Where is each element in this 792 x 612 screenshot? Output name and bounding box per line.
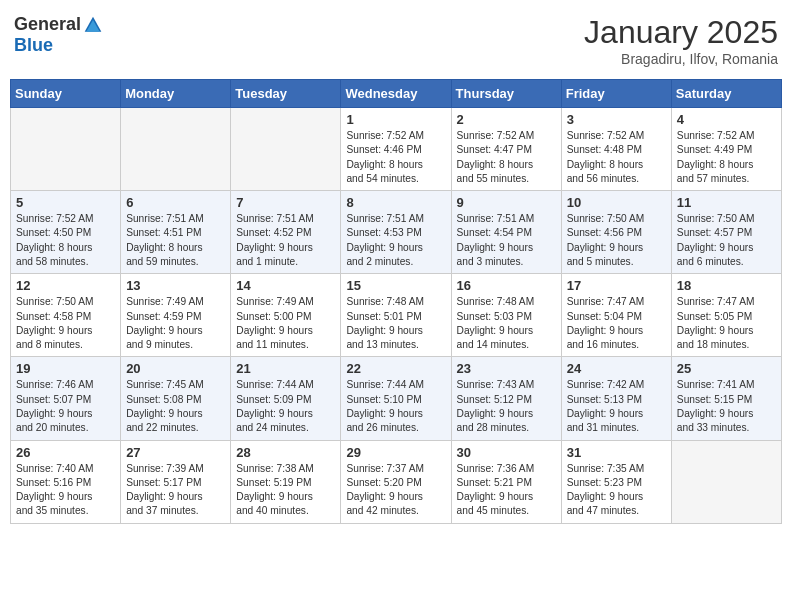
calendar-cell: 6Sunrise: 7:51 AM Sunset: 4:51 PM Daylig… (121, 191, 231, 274)
weekday-header: Saturday (671, 80, 781, 108)
weekday-header: Tuesday (231, 80, 341, 108)
day-number: 31 (567, 445, 666, 460)
day-info: Sunrise: 7:51 AM Sunset: 4:52 PM Dayligh… (236, 212, 335, 269)
day-number: 1 (346, 112, 445, 127)
day-info: Sunrise: 7:52 AM Sunset: 4:47 PM Dayligh… (457, 129, 556, 186)
calendar-cell (231, 108, 341, 191)
calendar-table: SundayMondayTuesdayWednesdayThursdayFrid… (10, 79, 782, 524)
weekday-header: Wednesday (341, 80, 451, 108)
day-number: 12 (16, 278, 115, 293)
calendar-cell: 14Sunrise: 7:49 AM Sunset: 5:00 PM Dayli… (231, 274, 341, 357)
logo-blue: Blue (14, 35, 53, 56)
calendar-cell: 2Sunrise: 7:52 AM Sunset: 4:47 PM Daylig… (451, 108, 561, 191)
calendar-week-row: 19Sunrise: 7:46 AM Sunset: 5:07 PM Dayli… (11, 357, 782, 440)
calendar-cell: 29Sunrise: 7:37 AM Sunset: 5:20 PM Dayli… (341, 440, 451, 523)
day-info: Sunrise: 7:47 AM Sunset: 5:04 PM Dayligh… (567, 295, 666, 352)
calendar-cell (671, 440, 781, 523)
day-number: 6 (126, 195, 225, 210)
day-info: Sunrise: 7:36 AM Sunset: 5:21 PM Dayligh… (457, 462, 556, 519)
day-number: 10 (567, 195, 666, 210)
day-info: Sunrise: 7:48 AM Sunset: 5:03 PM Dayligh… (457, 295, 556, 352)
day-info: Sunrise: 7:48 AM Sunset: 5:01 PM Dayligh… (346, 295, 445, 352)
day-number: 5 (16, 195, 115, 210)
calendar-cell: 21Sunrise: 7:44 AM Sunset: 5:09 PM Dayli… (231, 357, 341, 440)
day-number: 14 (236, 278, 335, 293)
day-info: Sunrise: 7:52 AM Sunset: 4:50 PM Dayligh… (16, 212, 115, 269)
day-number: 2 (457, 112, 556, 127)
day-info: Sunrise: 7:44 AM Sunset: 5:10 PM Dayligh… (346, 378, 445, 435)
weekday-header: Friday (561, 80, 671, 108)
calendar-cell: 26Sunrise: 7:40 AM Sunset: 5:16 PM Dayli… (11, 440, 121, 523)
weekday-header: Monday (121, 80, 231, 108)
day-info: Sunrise: 7:43 AM Sunset: 5:12 PM Dayligh… (457, 378, 556, 435)
day-number: 4 (677, 112, 776, 127)
calendar-cell: 16Sunrise: 7:48 AM Sunset: 5:03 PM Dayli… (451, 274, 561, 357)
calendar-cell: 19Sunrise: 7:46 AM Sunset: 5:07 PM Dayli… (11, 357, 121, 440)
day-info: Sunrise: 7:45 AM Sunset: 5:08 PM Dayligh… (126, 378, 225, 435)
location-subtitle: Bragadiru, Ilfov, Romania (584, 51, 778, 67)
calendar-cell: 27Sunrise: 7:39 AM Sunset: 5:17 PM Dayli… (121, 440, 231, 523)
day-info: Sunrise: 7:51 AM Sunset: 4:53 PM Dayligh… (346, 212, 445, 269)
day-number: 17 (567, 278, 666, 293)
day-info: Sunrise: 7:50 AM Sunset: 4:58 PM Dayligh… (16, 295, 115, 352)
day-number: 9 (457, 195, 556, 210)
day-info: Sunrise: 7:44 AM Sunset: 5:09 PM Dayligh… (236, 378, 335, 435)
calendar-cell: 10Sunrise: 7:50 AM Sunset: 4:56 PM Dayli… (561, 191, 671, 274)
calendar-cell: 30Sunrise: 7:36 AM Sunset: 5:21 PM Dayli… (451, 440, 561, 523)
calendar-week-row: 12Sunrise: 7:50 AM Sunset: 4:58 PM Dayli… (11, 274, 782, 357)
calendar-cell: 1Sunrise: 7:52 AM Sunset: 4:46 PM Daylig… (341, 108, 451, 191)
calendar-week-row: 5Sunrise: 7:52 AM Sunset: 4:50 PM Daylig… (11, 191, 782, 274)
logo-general: General (14, 14, 81, 35)
day-info: Sunrise: 7:37 AM Sunset: 5:20 PM Dayligh… (346, 462, 445, 519)
day-info: Sunrise: 7:49 AM Sunset: 4:59 PM Dayligh… (126, 295, 225, 352)
calendar-cell: 5Sunrise: 7:52 AM Sunset: 4:50 PM Daylig… (11, 191, 121, 274)
day-info: Sunrise: 7:35 AM Sunset: 5:23 PM Dayligh… (567, 462, 666, 519)
day-number: 27 (126, 445, 225, 460)
day-info: Sunrise: 7:38 AM Sunset: 5:19 PM Dayligh… (236, 462, 335, 519)
day-info: Sunrise: 7:52 AM Sunset: 4:48 PM Dayligh… (567, 129, 666, 186)
day-number: 30 (457, 445, 556, 460)
day-info: Sunrise: 7:50 AM Sunset: 4:57 PM Dayligh… (677, 212, 776, 269)
calendar-cell: 31Sunrise: 7:35 AM Sunset: 5:23 PM Dayli… (561, 440, 671, 523)
day-info: Sunrise: 7:39 AM Sunset: 5:17 PM Dayligh… (126, 462, 225, 519)
day-number: 13 (126, 278, 225, 293)
calendar-cell: 20Sunrise: 7:45 AM Sunset: 5:08 PM Dayli… (121, 357, 231, 440)
day-info: Sunrise: 7:51 AM Sunset: 4:51 PM Dayligh… (126, 212, 225, 269)
day-info: Sunrise: 7:51 AM Sunset: 4:54 PM Dayligh… (457, 212, 556, 269)
day-info: Sunrise: 7:49 AM Sunset: 5:00 PM Dayligh… (236, 295, 335, 352)
day-info: Sunrise: 7:41 AM Sunset: 5:15 PM Dayligh… (677, 378, 776, 435)
weekday-header: Sunday (11, 80, 121, 108)
day-number: 3 (567, 112, 666, 127)
month-title: January 2025 (584, 14, 778, 51)
day-number: 18 (677, 278, 776, 293)
calendar-cell: 17Sunrise: 7:47 AM Sunset: 5:04 PM Dayli… (561, 274, 671, 357)
calendar-cell: 4Sunrise: 7:52 AM Sunset: 4:49 PM Daylig… (671, 108, 781, 191)
calendar-cell: 28Sunrise: 7:38 AM Sunset: 5:19 PM Dayli… (231, 440, 341, 523)
calendar-cell: 13Sunrise: 7:49 AM Sunset: 4:59 PM Dayli… (121, 274, 231, 357)
logo-icon (83, 15, 103, 35)
calendar-cell (121, 108, 231, 191)
day-number: 8 (346, 195, 445, 210)
calendar-cell: 23Sunrise: 7:43 AM Sunset: 5:12 PM Dayli… (451, 357, 561, 440)
calendar-week-row: 1Sunrise: 7:52 AM Sunset: 4:46 PM Daylig… (11, 108, 782, 191)
day-number: 19 (16, 361, 115, 376)
calendar-week-row: 26Sunrise: 7:40 AM Sunset: 5:16 PM Dayli… (11, 440, 782, 523)
day-info: Sunrise: 7:47 AM Sunset: 5:05 PM Dayligh… (677, 295, 776, 352)
day-number: 28 (236, 445, 335, 460)
day-info: Sunrise: 7:52 AM Sunset: 4:46 PM Dayligh… (346, 129, 445, 186)
calendar-cell: 22Sunrise: 7:44 AM Sunset: 5:10 PM Dayli… (341, 357, 451, 440)
day-info: Sunrise: 7:40 AM Sunset: 5:16 PM Dayligh… (16, 462, 115, 519)
calendar-cell: 24Sunrise: 7:42 AM Sunset: 5:13 PM Dayli… (561, 357, 671, 440)
day-number: 21 (236, 361, 335, 376)
day-number: 11 (677, 195, 776, 210)
day-number: 15 (346, 278, 445, 293)
day-number: 7 (236, 195, 335, 210)
title-block: January 2025 Bragadiru, Ilfov, Romania (584, 14, 778, 67)
calendar-cell: 25Sunrise: 7:41 AM Sunset: 5:15 PM Dayli… (671, 357, 781, 440)
day-info: Sunrise: 7:42 AM Sunset: 5:13 PM Dayligh… (567, 378, 666, 435)
calendar-cell: 15Sunrise: 7:48 AM Sunset: 5:01 PM Dayli… (341, 274, 451, 357)
day-number: 16 (457, 278, 556, 293)
weekday-header-row: SundayMondayTuesdayWednesdayThursdayFrid… (11, 80, 782, 108)
calendar-cell (11, 108, 121, 191)
calendar-cell: 12Sunrise: 7:50 AM Sunset: 4:58 PM Dayli… (11, 274, 121, 357)
